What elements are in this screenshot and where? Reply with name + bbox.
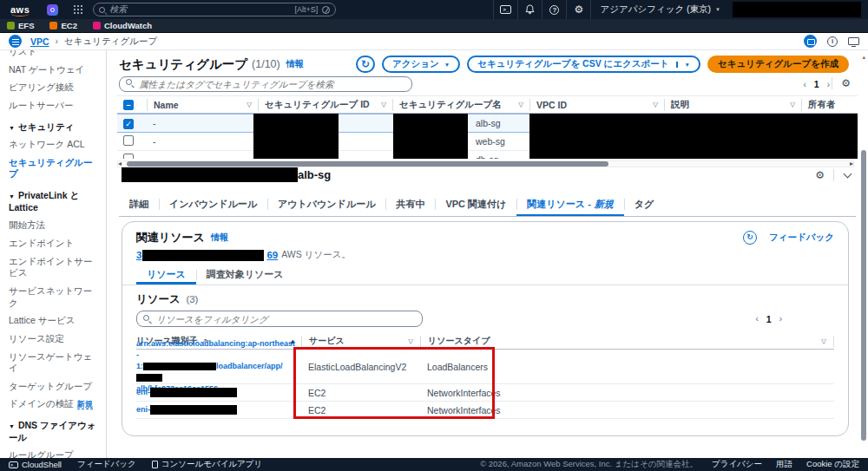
- table-pagination[interactable]: ‹ 1 ›: [803, 79, 830, 89]
- info-link[interactable]: 情報: [286, 58, 304, 70]
- sidebar-item-target-groups[interactable]: ターゲットグループ: [9, 381, 99, 393]
- info-link[interactable]: 情報: [211, 232, 228, 244]
- sort-icon[interactable]: ▽: [241, 101, 252, 108]
- footer-mobile-app-link[interactable]: コンソールモバイルアプリ: [152, 459, 262, 470]
- fullscreen-icon[interactable]: [848, 37, 859, 45]
- sidebar-item-list[interactable]: リスト: [9, 50, 99, 58]
- scrollbar-thumb[interactable]: [127, 161, 608, 167]
- prev-page-icon[interactable]: ‹: [803, 80, 806, 89]
- resource-pagination[interactable]: ‹ 1 ›: [755, 314, 834, 324]
- export-csv-button[interactable]: セキュリティグループを CSV にエクスポート▼: [467, 56, 700, 73]
- sort-icon[interactable]: ▽: [785, 101, 795, 108]
- help-button[interactable]: ?: [542, 0, 566, 19]
- console-assistant-icon[interactable]: [804, 35, 817, 48]
- sidebar-item-endpoints[interactable]: エンドポイント: [9, 238, 99, 250]
- services-grid-icon[interactable]: [74, 5, 76, 7]
- feedback-link[interactable]: フィードバック: [769, 232, 834, 244]
- info-icon[interactable]: i: [827, 36, 838, 47]
- tab-tags[interactable]: タグ: [624, 192, 665, 216]
- cloudshell-button[interactable]: >_: [493, 0, 517, 19]
- security-group-table-header: – Name▽ セキュリティグループ ID▽ セキュリティグループ名▽ VPC …: [117, 95, 858, 114]
- cookie-settings-link[interactable]: Cookie の設定: [806, 459, 859, 470]
- sidebar-item-peering[interactable]: ピアリング接続: [9, 82, 99, 94]
- ec2-service-icon: [49, 22, 57, 29]
- create-security-group-button[interactable]: セキュリティグループを作成: [707, 56, 849, 73]
- footer-cloudshell-button[interactable]: >_CloudShell: [9, 460, 62, 469]
- sidebar-item-nat-gateway[interactable]: NAT ゲートウェイ: [9, 64, 99, 76]
- settings-button[interactable]: ⚙: [566, 0, 590, 19]
- tab-details[interactable]: 詳細: [119, 192, 159, 216]
- sidebar-item-resource-gateway[interactable]: リソースゲートウェイ: [9, 351, 99, 375]
- terms-link[interactable]: 用語: [776, 459, 792, 470]
- tab-inbound-rules[interactable]: インバウンドルール: [159, 192, 267, 216]
- sidebar-item-service-networks[interactable]: サービスネットワーク: [9, 285, 99, 309]
- global-search-input[interactable]: 検索 [Alt+S]: [93, 3, 336, 16]
- favorite-cloudwatch[interactable]: CloudWatch: [93, 21, 152, 30]
- main-vertical-scrollbar[interactable]: [861, 150, 866, 441]
- sidebar-item-domain-verification[interactable]: ドメインの検証新規: [9, 398, 99, 410]
- sidebar-item-endpoint-services[interactable]: エンドポイントサービス: [9, 256, 99, 279]
- page-number[interactable]: 1: [814, 79, 819, 89]
- region-selector[interactable]: アジアパシフィック (東京) ▼: [590, 0, 729, 19]
- favorite-efs[interactable]: EFS: [7, 21, 34, 30]
- row-checkbox[interactable]: [123, 154, 134, 159]
- tab-sharing[interactable]: 共有中: [385, 192, 435, 216]
- sort-icon[interactable]: ▽: [376, 101, 386, 108]
- select-all-checkbox[interactable]: –: [123, 100, 134, 110]
- tab-associated-resources[interactable]: 関連リソース -新規: [516, 192, 624, 216]
- refresh-button[interactable]: ↻: [356, 56, 375, 73]
- scroll-up-icon[interactable]: ▴: [862, 54, 865, 61]
- privacy-link[interactable]: プライバシー: [712, 459, 762, 470]
- resource-filter-input[interactable]: [136, 311, 423, 327]
- sidebar-item-route-server[interactable]: ルートサーバー: [9, 100, 99, 112]
- favorite-ec2[interactable]: EC2: [49, 21, 76, 30]
- sort-icon[interactable]: ▽: [513, 101, 523, 108]
- prev-page-icon[interactable]: ‹: [755, 314, 758, 324]
- row-checkbox[interactable]: [123, 135, 134, 146]
- sort-icon[interactable]: ▽: [816, 337, 826, 345]
- sidebar-item-get-started[interactable]: 開始方法: [9, 219, 99, 232]
- row-checkbox[interactable]: ✓: [123, 119, 134, 129]
- panel-settings-gear-icon[interactable]: ⚙: [815, 169, 834, 181]
- sidebar-item-resource-config[interactable]: リソース設定: [9, 333, 99, 345]
- caret-down-icon: ▼: [444, 62, 450, 68]
- actions-button[interactable]: アクション▼: [382, 56, 460, 73]
- export-caret-icon[interactable]: ▼: [676, 62, 690, 68]
- next-page-icon[interactable]: ›: [827, 80, 830, 89]
- footer-feedback-link[interactable]: フィードバック: [77, 459, 136, 470]
- sidebar-section-dns-firewall[interactable]: ▼DNS ファイアウォール: [9, 420, 99, 443]
- sort-icon[interactable]: ▽: [403, 337, 413, 345]
- sidebar-item-lattice-services[interactable]: Lattice サービス: [9, 315, 99, 327]
- subtab-resources[interactable]: リソース: [136, 266, 196, 285]
- next-page-icon[interactable]: ›: [779, 314, 782, 324]
- scroll-right-icon[interactable]: ▸: [850, 160, 853, 167]
- breadcrumb-vpc-link[interactable]: VPC: [30, 36, 49, 47]
- card-title: 関連リソース: [136, 230, 205, 245]
- subtab-investigated-resources[interactable]: 調査対象リソース: [196, 266, 294, 285]
- summary-text: AWS リソース。: [281, 249, 351, 261]
- tab-vpc-associations[interactable]: VPC 関連付け: [435, 192, 516, 216]
- sidebar-item-rule-groups[interactable]: ルールグループ: [9, 449, 99, 458]
- security-group-filter-input[interactable]: [119, 76, 412, 92]
- sidebar-toggle-button[interactable]: [9, 35, 22, 48]
- sort-icon[interactable]: ▽: [648, 101, 658, 108]
- aws-resource-count-link[interactable]: 69: [266, 250, 278, 260]
- sidebar-section-security[interactable]: ▼セキュリティ: [9, 121, 99, 134]
- notifications-button[interactable]: [517, 0, 542, 19]
- collapse-chevron-icon[interactable]: [844, 169, 852, 178]
- table-horizontal-scrollbar[interactable]: ◂ ▸: [117, 160, 854, 167]
- aws-logo[interactable]: aws: [10, 4, 30, 15]
- resource-count-link[interactable]: 3: [136, 250, 141, 260]
- sidebar-section-privatelink[interactable]: ▼PrivateLink と Lattice: [9, 190, 99, 213]
- sidebar-item-network-acl[interactable]: ネットワーク ACL: [9, 139, 99, 151]
- page-number[interactable]: 1: [766, 314, 772, 324]
- resource-eni-link[interactable]: eni-: [136, 387, 301, 398]
- amazon-q-icon[interactable]: [47, 4, 58, 16]
- scroll-left-icon[interactable]: ◂: [118, 160, 122, 167]
- resource-eni-link[interactable]: eni-: [136, 404, 301, 415]
- refresh-icon[interactable]: ↻: [743, 231, 757, 245]
- tab-outbound-rules[interactable]: アウトバウンドルール: [267, 192, 385, 216]
- terminal-icon: >_: [9, 461, 18, 468]
- table-settings-gear-icon[interactable]: ⚙: [832, 77, 851, 89]
- sidebar-item-security-groups[interactable]: セキュリティグループ: [9, 157, 99, 180]
